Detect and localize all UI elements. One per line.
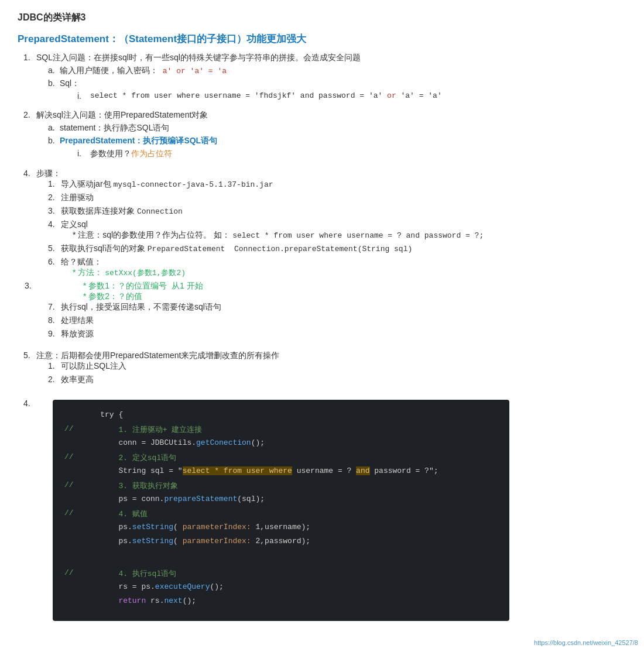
code-line-c2: // 2. 定义sql语句 <box>64 452 503 465</box>
item-2a-text: statement：执行静态SQL语句 <box>60 123 170 132</box>
step-7-content: 执行sql，接受返回结果，不需要传递sql语句 <box>61 302 626 313</box>
code-line-try: try { <box>64 410 503 423</box>
item-2b-content: PreparedStatement：执行预编译SQL语句 i. 参数使用？作为占… <box>60 136 626 162</box>
item-3-notes: * 参数1：？的位置编号 从1 开始 * 参数2：？的值 <box>48 281 203 302</box>
item-1a-content: 输入用户随便，输入密码： a' or 'a' = 'a <box>60 66 626 76</box>
item-1: 1. SQL注入问题：在拼接sql时，有一些sql的特殊关键字参与字符串的拼接。… <box>23 53 626 105</box>
step-8: 8. 处理结果 <box>48 315 626 326</box>
item-5-2: 2. 效率更高 <box>48 375 626 385</box>
item-2a-label: a. <box>48 123 60 132</box>
item-2b-i: i. 参数使用？作为占位符 <box>77 149 626 159</box>
step-1-content: 导入驱动jar包 mysql-connector-java-5.1.37-bin… <box>61 179 626 190</box>
item-5-1: 1. 可以防止SQL注入 <box>48 361 626 372</box>
code-sql-line: String sql = "select * from user where u… <box>82 466 503 475</box>
step-3-num: 3. <box>48 206 61 215</box>
step-5-content: 获取执行sql语句的对象 PreparedStatement Connectio… <box>61 243 626 254</box>
item-1b-i: i. select * from user where username = '… <box>77 91 626 101</box>
item-1-text: SQL注入问题：在拼接sql时，有一些sql的特殊关键字参与字符串的拼接。会造成… <box>36 53 361 62</box>
step-6-note-param2: * 参数2：？的值 <box>48 291 203 302</box>
code-c5-text: 4. 执行sql语句 <box>82 568 503 579</box>
item-2b-text: PreparedStatement：执行预编译SQL语句 <box>60 136 217 145</box>
item-5-1-text: 可以防止SQL注入 <box>61 361 626 372</box>
item-2-content: 解决sql注入问题：使用PreparedStatement对象 a. state… <box>36 110 626 164</box>
step-6-content: 给？赋值： * 方法： setXxx(参数1,参数2) <box>61 257 626 278</box>
code-c1-text: 1. 注册驱动+ 建立连接 <box>82 424 503 435</box>
item-1b-text: Sql： <box>60 78 80 88</box>
step-4-num: 4. <box>48 219 61 229</box>
step-2-num: 2. <box>48 193 61 202</box>
code-comment-3: // <box>64 481 82 489</box>
step-6-num: 6. <box>48 257 61 266</box>
step-4-content: 定义sql * 注意：sql的参数使用？作为占位符。 如：select * fr… <box>61 219 626 241</box>
step-1-num: 1. <box>48 179 61 188</box>
item-2b-label: b. <box>48 136 60 145</box>
item-3-label: 3. <box>25 281 48 290</box>
item-1a-value: a' or 'a' = 'a <box>163 67 227 76</box>
step-3: 3. 获取数据库连接对象 Connection <box>48 206 626 217</box>
code-line-c4: // 4. 赋值 <box>64 509 503 521</box>
item-1b-sub: i. select * from user where username = '… <box>60 91 626 101</box>
item-2b-i-content: 参数使用？作为占位符 <box>90 149 626 159</box>
code-item-4-label: 4. <box>23 399 626 408</box>
step-1: 1. 导入驱动jar包 mysql-connector-java-5.1.37-… <box>48 179 626 190</box>
step-6: 6. 给？赋值： * 方法： setXxx(参数1,参数2) <box>48 257 626 278</box>
item-5-text: 注意：后期都会使用PreparedStatement来完成增删改查的所有操作 <box>36 351 279 360</box>
item-5-1-num: 1. <box>48 361 61 370</box>
item-2-sub: a. statement：执行静态SQL语句 b. PreparedStatem… <box>36 123 626 162</box>
item-1b-i-label: i. <box>77 91 90 101</box>
item-2a: a. statement：执行静态SQL语句 <box>48 123 626 133</box>
item-2: 2. 解决sql注入问题：使用PreparedStatement对象 a. st… <box>23 110 626 164</box>
item-5-2-text: 效率更高 <box>61 375 626 385</box>
step-9: 9. 释放资源 <box>48 329 626 339</box>
step-9-num: 9. <box>48 329 61 338</box>
step-list: 1. 导入驱动jar包 mysql-connector-java-5.1.37-… <box>36 179 626 339</box>
code-line-c1: // 1. 注册驱动+ 建立连接 <box>64 424 503 437</box>
item-1b: b. Sql： i. select * from user where user… <box>48 78 626 103</box>
item-4: 4. 步骤： 1. 导入驱动jar包 mysql-connector-java-… <box>23 169 626 342</box>
code-ps: ps = conn.prepareStatement(sql); <box>82 495 503 503</box>
item-4-content: 步骤： 1. 导入驱动jar包 mysql-connector-java-5.1… <box>36 169 626 342</box>
item-1a-label: a. <box>48 66 60 75</box>
step-5-num: 5. <box>48 243 61 253</box>
code-line-ps: ps = conn.prepareStatement(sql); <box>64 495 503 507</box>
code-exec: rs = ps.executeQuery(); <box>82 582 503 591</box>
item-4-text: 步骤： <box>36 169 61 178</box>
code-comment-2: // <box>64 452 82 461</box>
code-line-empty <box>64 551 503 564</box>
item-2b: b. PreparedStatement：执行预编译SQL语句 i. 参数使用？… <box>48 136 626 162</box>
item-1-num: 1. <box>23 53 36 62</box>
code-c3-text: 3. 获取执行对象 <box>82 481 503 491</box>
item-2b-i-label: i. <box>77 149 90 158</box>
step-2-content: 注册驱动 <box>61 193 626 203</box>
item-1b-content: Sql： i. select * from user where usernam… <box>60 78 626 103</box>
code-line-set2: ps.setString( parameterIndex: 2,password… <box>64 537 503 550</box>
step-7-num: 7. <box>48 302 61 311</box>
section-title: PreparedStatement：（Statement接口的子接口）功能更加强… <box>18 32 626 46</box>
code-comment-4: // <box>64 509 82 517</box>
code-return: return rs.next(); <box>82 596 503 605</box>
code-c4-text: 4. 赋值 <box>82 509 503 519</box>
code-line-sql: String sql = "select * from user where u… <box>64 466 503 479</box>
item-1b-i-content: select * from user where username = 'fhd… <box>90 91 626 100</box>
item-2-num: 2. <box>23 110 36 119</box>
step-8-content: 处理结果 <box>61 315 626 326</box>
code-comment-1: // <box>64 424 82 433</box>
step-4: 4. 定义sql * 注意：sql的参数使用？作为占位符。 如：select *… <box>48 219 626 241</box>
item-4-num: 4. <box>23 169 36 178</box>
step-9-content: 释放资源 <box>61 329 626 339</box>
code-line-c3: // 3. 获取执行对象 <box>64 481 503 493</box>
watermark: https://blog.csdn.net/weixin_42527/8 <box>534 639 638 646</box>
step-8-num: 8. <box>48 315 61 325</box>
step-4-note: * 注意：sql的参数使用？作为占位符。 如：select * from use… <box>61 230 626 241</box>
code-line-set1: ps.setString( parameterIndex: 1,username… <box>64 523 503 536</box>
step-2: 2. 注册驱动 <box>48 193 626 203</box>
item-2a-content: statement：执行静态SQL语句 <box>60 123 626 133</box>
code-line-c5: // 4. 执行sql语句 <box>64 568 503 581</box>
code-set1: ps.setString( parameterIndex: 1,username… <box>82 523 503 531</box>
item-5-num: 5. <box>23 351 36 360</box>
step-6-notes: * 方法： setXxx(参数1,参数2) <box>61 267 626 278</box>
code-line-conn: conn = JDBCUtils.getConection(); <box>64 438 503 451</box>
code-c2-text: 2. 定义sql语句 <box>82 452 503 463</box>
item-1-sub: a. 输入用户随便，输入密码： a' or 'a' = 'a b. Sql： i… <box>36 66 626 103</box>
item-5-sub: 1. 可以防止SQL注入 2. 效率更高 <box>36 361 626 385</box>
